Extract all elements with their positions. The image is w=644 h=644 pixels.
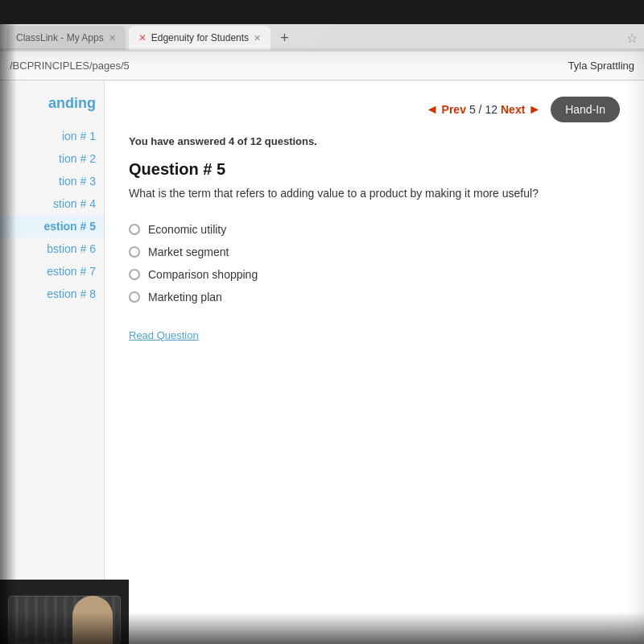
tab-classlink[interactable]: ClassLink - My Apps ✕ [6, 26, 126, 50]
sidebar-item-2[interactable]: tion # 2 [0, 147, 104, 170]
page-indicator: 5 / 12 [469, 103, 497, 116]
tab-classlink-close[interactable]: ✕ [109, 33, 116, 43]
prev-button[interactable]: Prev [442, 103, 466, 116]
page-content: anding ion # 1 tion # 2 tion # 3 stion #… [0, 80, 644, 644]
browser-window: ClassLink - My Apps ✕ ✕ Edgenuity for St… [0, 24, 644, 644]
question-title: Question # 5 [129, 160, 620, 179]
pagination: ◄ Prev 5 / 12 Next ► [426, 102, 541, 117]
option-c-label: Comparison shopping [148, 268, 258, 281]
tab-classlink-label: ClassLink - My Apps [16, 32, 104, 43]
hand-image [72, 596, 113, 644]
url-display: /BCPRINCIPLES/pages/5 [10, 60, 130, 72]
option-a-label: Economic utility [148, 223, 226, 236]
bookmark-star-icon[interactable]: ☆ [626, 31, 638, 46]
question-body: What is the term that refers to adding v… [129, 185, 620, 202]
sidebar-header: anding [0, 89, 104, 125]
prev-arrow-icon[interactable]: ◄ [426, 102, 439, 117]
option-b-label: Market segment [148, 246, 229, 258]
radio-c[interactable] [129, 269, 140, 280]
hand-in-button[interactable]: Hand-In [551, 97, 620, 122]
user-name-display: Tyla Sprattling [568, 60, 634, 72]
radio-a[interactable] [129, 224, 140, 235]
option-a[interactable]: Economic utility [129, 218, 620, 241]
read-question-link[interactable]: Read Question [129, 329, 199, 341]
next-button[interactable]: Next [501, 103, 525, 116]
tab-bar: ClassLink - My Apps ✕ ✕ Edgenuity for St… [0, 24, 644, 52]
nav-bar: ◄ Prev 5 / 12 Next ► Hand-In [129, 97, 620, 122]
sidebar-item-5[interactable]: estion # 5 [0, 215, 104, 237]
options-list: Economic utility Market segment Comparis… [129, 218, 620, 308]
sidebar-item-1[interactable]: ion # 1 [0, 125, 104, 147]
sidebar-item-4[interactable]: stion # 4 [0, 192, 104, 215]
keyboard-area [0, 580, 129, 644]
sidebar-item-7[interactable]: estion # 7 [0, 260, 104, 283]
main-area: ◄ Prev 5 / 12 Next ► Hand-In You have an… [105, 80, 644, 644]
tab-edgenuity-label: Edgenuity for Students [151, 32, 249, 43]
option-d-label: Marketing plan [148, 291, 222, 303]
sidebar-item-6[interactable]: bstion # 6 [0, 237, 104, 260]
option-d[interactable]: Marketing plan [129, 286, 620, 308]
radio-b[interactable] [129, 246, 140, 258]
next-arrow-icon[interactable]: ► [528, 102, 541, 117]
answered-count: You have answered 4 of 12 questions. [129, 135, 620, 147]
edgenuity-icon: ✕ [138, 32, 147, 43]
option-c[interactable]: Comparison shopping [129, 263, 620, 286]
tab-edgenuity-close[interactable]: ✕ [254, 33, 261, 43]
address-bar: /BCPRINCIPLES/pages/5 Tyla Sprattling [0, 52, 644, 80]
tab-edgenuity[interactable]: ✕ Edgenuity for Students ✕ [129, 26, 270, 50]
new-tab-button[interactable]: + [274, 30, 295, 47]
sidebar-item-8[interactable]: estion # 8 [0, 283, 104, 305]
sidebar-item-3[interactable]: tion # 3 [0, 170, 104, 192]
sidebar: anding ion # 1 tion # 2 tion # 3 stion #… [0, 80, 105, 644]
radio-d[interactable] [129, 291, 140, 303]
option-b[interactable]: Market segment [129, 241, 620, 263]
